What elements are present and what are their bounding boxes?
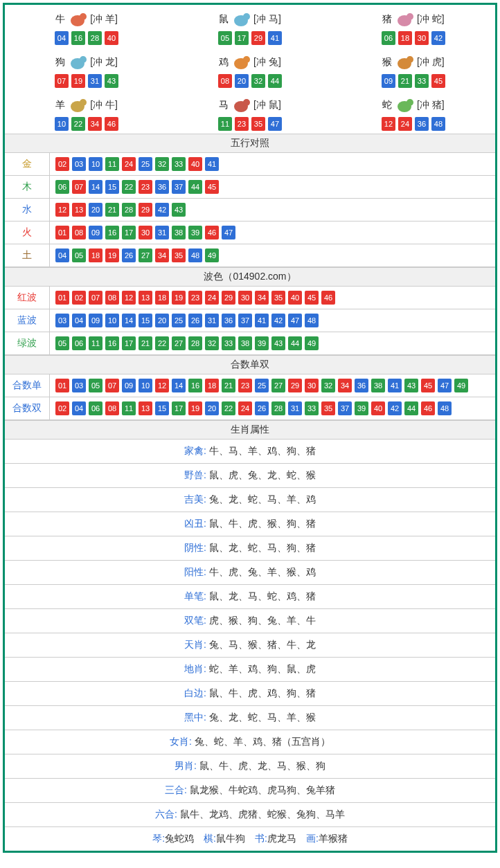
- attr-label: 男肖:: [175, 760, 199, 771]
- number-ball: 42: [431, 31, 445, 45]
- zodiac-icon: [230, 10, 252, 28]
- zodiac-numbers: 09213345: [332, 74, 495, 88]
- zodiac-clash: [冲 马]: [253, 13, 281, 26]
- zodiac-name: 猴: [382, 56, 392, 69]
- attr-value: 鼠、牛、虎、鸡、狗、猪: [209, 687, 316, 698]
- number-ball: 49: [454, 379, 468, 392]
- attr-value: 牛、虎、兔、羊、猴、鸡: [209, 566, 316, 577]
- attr-value: 鼠、牛、虎、猴、狗、猪: [209, 518, 316, 529]
- number-ball: 06: [382, 31, 395, 45]
- number-ball: 32: [205, 336, 219, 350]
- number-ball: 32: [251, 74, 265, 88]
- zodiac-name: 鸡: [219, 56, 229, 69]
- number-ball: 09: [89, 226, 102, 239]
- number-ball: 12: [382, 117, 395, 131]
- table-row: 蓝波03040910141520252631363741424748: [5, 309, 495, 332]
- attr-row: 野兽: 鼠、虎、兔、龙、蛇、猴: [5, 464, 495, 488]
- row-numbers: 05061116172122272832333839434449: [50, 332, 496, 355]
- number-ball: 11: [105, 157, 119, 171]
- zodiac-clash: [冲 牛]: [90, 99, 118, 111]
- attr-value: 鼠、龙、蛇、马、狗、猪: [209, 542, 316, 553]
- number-ball: 16: [188, 379, 202, 392]
- number-ball: 12: [155, 379, 169, 392]
- attr-value: 兔、马、猴、猪、牛、龙: [209, 639, 316, 650]
- bottom-label: 棋:: [204, 833, 216, 844]
- number-ball: 07: [55, 74, 69, 88]
- zodiac-cell: 马[冲 鼠]11233547: [168, 91, 332, 134]
- wuxing-table: 金02031011242532334041木060714152223363744…: [5, 153, 495, 267]
- number-ball: 09: [122, 379, 136, 392]
- number-ball: 34: [255, 291, 269, 305]
- zodiac-cell: 猪[冲 蛇]06183042: [332, 5, 495, 48]
- number-ball: 46: [105, 117, 118, 131]
- zodiac-clash: [冲 兔]: [253, 56, 281, 69]
- number-ball: 46: [321, 291, 335, 305]
- number-ball: 18: [155, 291, 169, 305]
- attr-label: 阴性:: [184, 542, 209, 553]
- attr-row: 吉美: 兔、龙、蛇、马、羊、鸡: [5, 488, 495, 512]
- attr-row: 三合: 鼠龙猴、牛蛇鸡、虎马狗、兔羊猪: [5, 779, 495, 803]
- number-ball: 22: [71, 117, 85, 131]
- attr-row: 男肖: 鼠、牛、虎、龙、马、猴、狗: [5, 754, 495, 779]
- number-ball: 47: [222, 226, 235, 239]
- number-ball: 23: [235, 117, 249, 131]
- number-ball: 27: [271, 379, 285, 392]
- number-ball: 27: [172, 336, 186, 350]
- bottom-label: 画:: [306, 833, 319, 844]
- number-ball: 03: [55, 314, 69, 327]
- number-ball: 05: [218, 31, 232, 45]
- number-ball: 26: [122, 248, 136, 262]
- number-ball: 05: [55, 336, 69, 350]
- number-ball: 24: [238, 401, 252, 415]
- number-ball: 31: [205, 314, 219, 327]
- number-ball: 18: [205, 379, 219, 392]
- number-ball: 20: [235, 74, 249, 88]
- number-ball: 24: [205, 291, 219, 305]
- number-ball: 21: [105, 203, 119, 217]
- number-ball: 40: [288, 291, 302, 305]
- number-ball: 07: [72, 180, 86, 194]
- number-ball: 39: [188, 226, 202, 239]
- attr-label: 单笔:: [184, 590, 209, 602]
- bottom-value: 鼠牛狗: [216, 833, 245, 844]
- zodiac-name: 狗: [55, 56, 65, 69]
- zodiac-name: 牛: [55, 13, 65, 26]
- row-numbers: 02031011242532334041: [50, 153, 496, 176]
- zodiac-clash: [冲 蛇]: [417, 13, 445, 26]
- number-ball: 02: [55, 157, 69, 171]
- number-ball: 16: [71, 31, 85, 45]
- zodiac-cell: 羊[冲 牛]10223446: [5, 91, 168, 134]
- number-ball: 34: [88, 117, 102, 131]
- table-row: 火0108091617303138394647: [5, 221, 495, 244]
- zodiac-numbers: 12243648: [332, 117, 495, 131]
- svg-point-1: [80, 13, 87, 20]
- number-ball: 10: [55, 117, 69, 131]
- number-ball: 42: [388, 401, 402, 415]
- zodiac-name: 猪: [382, 13, 392, 26]
- number-ball: 26: [188, 314, 202, 327]
- number-ball: 35: [251, 117, 265, 131]
- zodiac-numbers: 05172941: [168, 31, 332, 45]
- number-ball: 38: [238, 336, 252, 350]
- number-ball: 23: [238, 379, 252, 392]
- number-ball: 09: [89, 314, 102, 327]
- number-ball: 04: [72, 314, 86, 327]
- number-ball: 14: [122, 314, 136, 327]
- heshu-table: 合数单0103050709101214161821232527293032343…: [5, 374, 495, 420]
- zodiac-icon: [393, 10, 416, 28]
- number-ball: 40: [105, 31, 118, 45]
- attr-value: 兔、龙、蛇、马、羊、鸡: [209, 494, 316, 505]
- number-ball: 43: [105, 74, 118, 88]
- number-ball: 49: [205, 248, 219, 262]
- section-heshu-title: 合数单双: [5, 355, 495, 374]
- attr-row: 阳性: 牛、虎、兔、羊、猴、鸡: [5, 561, 495, 585]
- number-ball: 41: [268, 31, 282, 45]
- attr-value: 蛇、羊、鸡、狗、鼠、虎: [209, 663, 316, 674]
- number-ball: 01: [55, 291, 69, 305]
- zodiac-numbers: 07193143: [5, 74, 168, 88]
- attr-label: 白边:: [184, 687, 209, 698]
- number-ball: 36: [222, 314, 235, 327]
- number-ball: 49: [305, 336, 319, 350]
- number-ball: 21: [139, 336, 152, 350]
- table-row: 土04051819262734354849: [5, 244, 495, 267]
